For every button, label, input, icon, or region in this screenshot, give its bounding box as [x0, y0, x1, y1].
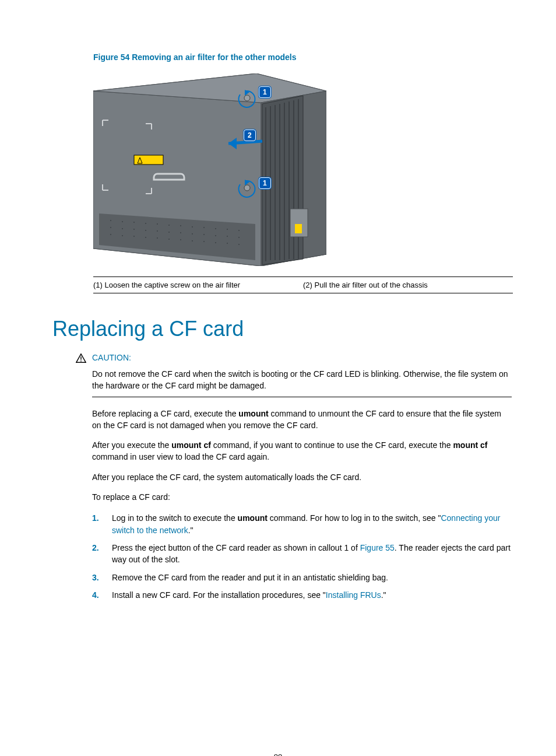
figure-legend: (1) Loosen the captive screw on the air …	[93, 276, 513, 293]
svg-point-49	[238, 244, 240, 245]
section-heading: Replacing a CF card	[52, 317, 504, 341]
text: Install a new CF card. For the installat…	[112, 590, 326, 600]
link-installing-frus[interactable]: Installing FRUs	[326, 590, 381, 600]
text: command in user view to load the CF card…	[92, 452, 269, 461]
svg-point-43	[168, 239, 170, 240]
svg-point-41	[145, 237, 146, 238]
svg-point-30	[157, 230, 158, 232]
text: ."	[188, 526, 193, 535]
svg-point-29	[145, 230, 146, 231]
svg-point-15	[122, 221, 123, 222]
legend-item-1: (1) Loosen the captive screw on the air …	[93, 281, 303, 289]
svg-point-44	[180, 239, 181, 240]
svg-point-23	[215, 228, 216, 229]
caution-label: CAUTION:	[92, 353, 131, 366]
command-umount-cf: umount cf	[171, 440, 211, 450]
paragraph-1: Before replacing a CF card, execute the …	[92, 408, 512, 432]
svg-point-48	[227, 243, 228, 244]
svg-point-20	[180, 225, 181, 226]
svg-point-21	[192, 226, 193, 228]
text: Before replacing a CF card, execute the	[92, 409, 238, 418]
text: command, if you want to continue to use …	[211, 440, 453, 450]
command-mount-cf: mount cf	[453, 440, 487, 450]
svg-point-18	[157, 223, 158, 225]
text: Log in to the switch to execute the	[112, 513, 238, 523]
svg-point-42	[157, 237, 158, 239]
svg-point-22	[203, 227, 205, 228]
svg-point-27	[122, 228, 123, 229]
callout-2: 2	[244, 130, 256, 141]
paragraph-3: After you replace the CF card, the syste…	[92, 471, 512, 483]
step-3: Remove the CF card from the reader and p…	[92, 572, 512, 583]
paragraph-4: To replace a CF card:	[92, 491, 512, 503]
paragraph-2: After you execute the umount cf command,…	[92, 439, 512, 463]
svg-point-47	[215, 242, 216, 243]
svg-point-19	[168, 225, 170, 226]
link-figure-55[interactable]: Figure 55	[360, 543, 395, 552]
svg-point-32	[180, 232, 181, 233]
chassis-illustration	[93, 74, 326, 266]
svg-point-14	[110, 220, 111, 221]
svg-point-36	[227, 236, 228, 237]
svg-point-54	[244, 95, 250, 101]
svg-point-31	[168, 232, 170, 233]
callout-1-top: 1	[259, 86, 271, 98]
svg-point-37	[238, 237, 240, 238]
step-4: Install a new CF card. For the installat…	[92, 589, 512, 601]
figure-caption: Figure 54 Removing an air filter for the…	[93, 52, 504, 62]
svg-point-35	[215, 235, 216, 236]
legend-item-2: (2) Pull the air filter out of the chass…	[303, 281, 513, 289]
caution-icon	[76, 353, 92, 366]
svg-point-17	[145, 223, 146, 224]
svg-point-33	[192, 233, 193, 235]
svg-point-26	[110, 227, 111, 228]
svg-point-39	[122, 235, 123, 236]
svg-point-38	[110, 234, 111, 235]
step-1: Log in to the switch to execute the umou…	[92, 512, 512, 536]
svg-point-45	[192, 240, 193, 242]
figure-image: 1 2 1	[93, 69, 338, 273]
text: ."	[381, 590, 386, 600]
svg-point-28	[133, 229, 135, 230]
command-umount: umount	[238, 409, 268, 418]
text: command. For how to log in to the switch…	[268, 513, 441, 523]
svg-point-25	[238, 230, 240, 231]
callout-1-bottom: 1	[259, 177, 271, 189]
svg-point-55	[244, 185, 250, 191]
svg-point-40	[133, 236, 135, 237]
svg-point-34	[203, 234, 205, 235]
svg-point-16	[133, 222, 135, 223]
procedure-steps: Log in to the switch to execute the umou…	[92, 512, 512, 601]
text: Press the eject button of the CF card re…	[112, 543, 360, 552]
page-number: 88	[52, 752, 504, 756]
svg-point-46	[203, 241, 205, 242]
svg-rect-53	[295, 224, 302, 233]
svg-point-24	[227, 229, 228, 230]
svg-point-62	[80, 360, 82, 362]
text: After you execute the	[92, 440, 171, 450]
caution-text: Do not remove the CF card when the switc…	[92, 368, 512, 397]
step-2: Press the eject button of the CF card re…	[92, 542, 512, 566]
command-umount: umount	[238, 513, 268, 523]
